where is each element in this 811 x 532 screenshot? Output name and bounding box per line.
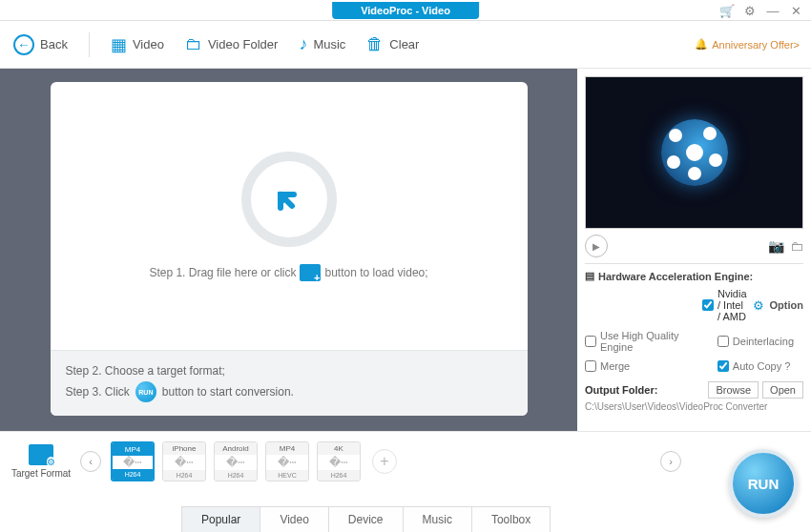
window-title: VideoProc - Video xyxy=(332,2,479,19)
chip-icon: ▤ xyxy=(585,270,594,282)
format-preset-mp4-hevc[interactable]: MP4�ⵈHEVC xyxy=(265,441,309,481)
preview-window xyxy=(585,76,803,229)
settings-icon[interactable]: ⚙ xyxy=(740,4,759,18)
run-inline-icon: RUN xyxy=(135,381,156,402)
merge-checkbox[interactable] xyxy=(585,360,596,372)
cart-icon[interactable]: 🛒 xyxy=(717,4,737,18)
tab-toolbox[interactable]: Toolbox xyxy=(471,506,551,532)
music-icon: ♪ xyxy=(299,34,307,54)
target-format-label: Target Format xyxy=(11,468,71,479)
back-button[interactable]: ← Back xyxy=(13,34,68,55)
add-video-button[interactable]: ▦ Video xyxy=(111,34,164,55)
clear-label: Clear xyxy=(389,37,419,51)
step1-a: Step 1. Drag file here or click xyxy=(149,266,296,279)
step3-b: button to start conversion. xyxy=(162,385,294,399)
step2-text: Step 2. Choose a target format; xyxy=(66,364,225,378)
clear-button[interactable]: 🗑 Clear xyxy=(366,34,419,54)
close-button[interactable]: ✕ xyxy=(786,4,805,18)
back-icon: ← xyxy=(13,34,34,55)
format-prev-button[interactable]: ‹ xyxy=(80,451,101,472)
format-next-button[interactable]: › xyxy=(660,451,681,472)
output-path: C:\Users\User\Videos\VideoProc Converter xyxy=(585,401,803,412)
browse-button[interactable]: Browse xyxy=(708,381,759,399)
step1-b: button to load video; xyxy=(324,266,427,279)
autocopy-checkbox[interactable] xyxy=(717,360,729,372)
tab-popular[interactable]: Popular xyxy=(181,506,260,532)
run-button[interactable]: RUN xyxy=(729,449,798,518)
bottom-panel: Target Format ‹ MP4�ⵈH264iPhone�ⵈH264And… xyxy=(0,431,811,532)
promo-label: Anniversary Offer> xyxy=(712,39,800,51)
video-label: Video xyxy=(133,37,164,51)
steps-box: Step 2. Choose a target format; Step 3. … xyxy=(51,350,528,416)
format-preset-4k-h264[interactable]: 4K�ⵈH264 xyxy=(317,441,361,481)
video-inline-icon xyxy=(300,264,321,281)
bell-icon: 🔔 xyxy=(695,38,708,51)
video-icon: ▦ xyxy=(111,34,127,55)
trash-icon: 🗑 xyxy=(366,34,384,54)
nvidia-checkbox[interactable] xyxy=(702,299,714,311)
tab-video[interactable]: Video xyxy=(260,506,328,532)
option-gear-icon[interactable]: ⚙ xyxy=(753,298,764,313)
main-toolbar: ← Back ▦ Video 🗀 Video Folder ♪ Music 🗑 … xyxy=(0,21,811,69)
hw-accel-title: ▤ Hardware Acceleration Engine: xyxy=(585,270,803,282)
drop-area[interactable]: Step 1. Drag file here or click button t… xyxy=(0,69,577,431)
open-button[interactable]: Open xyxy=(762,381,803,399)
output-folder-label: Output Folder: xyxy=(585,384,704,396)
back-label: Back xyxy=(40,37,68,51)
promo-link[interactable]: 🔔 Anniversary Offer> xyxy=(695,38,800,51)
hq-checkbox[interactable] xyxy=(585,336,596,347)
add-format-button[interactable]: + xyxy=(372,449,397,474)
tab-music[interactable]: Music xyxy=(403,506,472,532)
add-music-button[interactable]: ♪ Music xyxy=(299,34,345,54)
merge-label: Merge xyxy=(600,360,630,372)
snapshot-icon[interactable]: 📷 xyxy=(768,238,784,254)
folder-label: Video Folder xyxy=(208,37,278,51)
step1-text: Step 1. Drag file here or click button t… xyxy=(149,264,427,281)
deinterlace-label: Deinterlacing xyxy=(733,336,794,347)
format-preset-iphone-h264[interactable]: iPhone�ⵈH264 xyxy=(162,441,206,481)
titlebar: VideoProc - Video 🛒 ⚙ — ✕ xyxy=(0,0,811,21)
tab-device[interactable]: Device xyxy=(328,506,404,532)
format-tabs: PopularVideoDeviceMusicToolbox xyxy=(181,506,550,532)
upload-arrow-icon xyxy=(275,185,303,214)
add-folder-button[interactable]: 🗀 Video Folder xyxy=(185,34,278,54)
drop-panel: Step 1. Drag file here or click button t… xyxy=(51,82,528,416)
play-button[interactable]: ▶ xyxy=(585,235,608,257)
hq-label: Use High Quality Engine xyxy=(600,330,708,353)
nvidia-label: Nvidia / Intel / AMD xyxy=(717,288,747,322)
music-label: Music xyxy=(313,37,345,51)
load-video-circle[interactable] xyxy=(241,152,337,247)
deinterlace-checkbox[interactable] xyxy=(717,336,729,347)
step3-a: Step 3. Click xyxy=(66,385,130,399)
minimize-button[interactable]: — xyxy=(763,4,782,18)
target-format-button[interactable]: Target Format xyxy=(8,444,74,479)
side-panel: ▶ 📷 🗀 ▤ Hardware Acceleration Engine: Nv… xyxy=(577,69,811,431)
folder-icon: 🗀 xyxy=(185,34,202,54)
option-link[interactable]: Option xyxy=(770,299,803,311)
format-preset-android-h264[interactable]: Android�ⵈH264 xyxy=(214,441,258,481)
snapshot-folder-icon[interactable]: 🗀 xyxy=(790,238,803,254)
target-format-icon xyxy=(29,444,53,465)
reel-logo xyxy=(661,119,728,186)
autocopy-label: Auto Copy ? xyxy=(733,360,791,372)
format-preset-mp4-h264[interactable]: MP4�ⵈH264 xyxy=(111,441,155,481)
